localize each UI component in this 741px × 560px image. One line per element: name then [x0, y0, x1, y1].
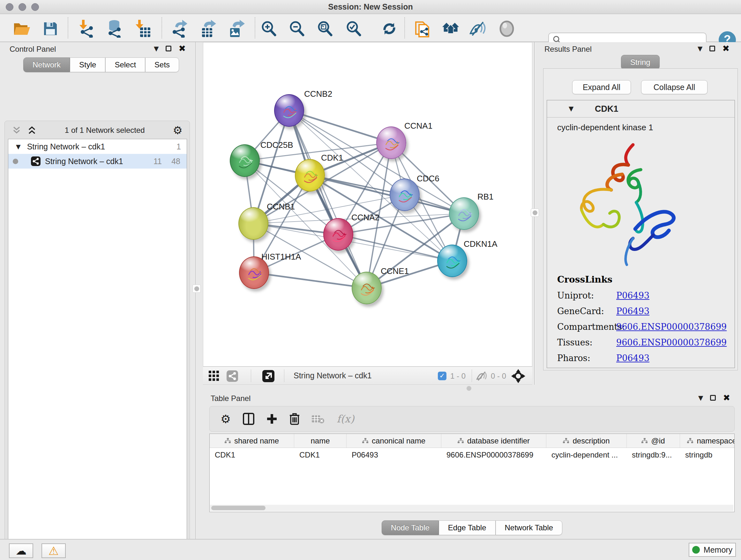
tab-sets[interactable]: Sets: [145, 57, 179, 72]
control-splitter-handle[interactable]: [192, 285, 201, 293]
window-zoom-button[interactable]: [31, 3, 39, 11]
birdseye-icon[interactable]: [511, 369, 525, 383]
table-cell[interactable]: CDK1: [294, 448, 347, 462]
function-icon[interactable]: f(x): [337, 413, 354, 425]
panel-float-icon[interactable]: [165, 46, 172, 51]
zoom-out-icon[interactable]: [288, 20, 306, 38]
import-table-icon[interactable]: [134, 20, 152, 38]
table-hscrollbar[interactable]: [210, 505, 733, 511]
crosslink-link[interactable]: P06493: [616, 353, 650, 363]
hidden-eye-icon[interactable]: [476, 371, 488, 381]
network-canvas[interactable]: CCNB2CCNA1CDC25BCDK1CDC6RB1CCNB1CCNA2CDK…: [203, 42, 532, 367]
window-minimize-button[interactable]: [18, 3, 26, 11]
network-edge[interactable]: [310, 175, 464, 213]
panel-menu-icon[interactable]: ▼: [154, 45, 158, 52]
crosslink-link[interactable]: P06493: [616, 291, 650, 300]
table-row[interactable]: CDK1CDK1P064939606.ENSP00000378699cyclin…: [210, 448, 734, 462]
zoom-fit-icon[interactable]: [316, 20, 334, 38]
table-cell[interactable]: cyclin-dependent ...: [546, 448, 627, 462]
panel-menu-icon[interactable]: ▼: [698, 394, 703, 401]
expand-all-button[interactable]: Expand All: [572, 80, 631, 94]
collapse-triangle-icon[interactable]: ▼: [16, 143, 21, 150]
refresh-icon[interactable]: [381, 20, 398, 38]
zoom-selected-icon[interactable]: [345, 20, 362, 38]
share-icon[interactable]: [226, 370, 238, 382]
column-header-database-identifier[interactable]: database identifier: [441, 434, 546, 448]
delete-icon[interactable]: [289, 413, 300, 425]
table-splitter[interactable]: [203, 385, 741, 392]
clone-network-icon[interactable]: [414, 20, 432, 38]
gear-icon[interactable]: ⚙: [173, 125, 183, 135]
network-edge[interactable]: [338, 234, 452, 261]
scrollbar-thumb[interactable]: [211, 506, 266, 510]
selected-checkbox[interactable]: ✓: [438, 372, 447, 380]
collapse-all-button[interactable]: Collapse All: [641, 80, 708, 94]
panel-menu-icon[interactable]: ▼: [697, 45, 702, 52]
column-header-canonical-name[interactable]: canonical name: [347, 434, 441, 448]
panel-close-icon[interactable]: ✖: [723, 395, 730, 401]
network-node-CCNB2[interactable]: [274, 94, 304, 127]
detach-view-icon[interactable]: [262, 370, 274, 382]
table-cell[interactable]: CDK1: [210, 448, 294, 462]
warning-button[interactable]: ⚠: [42, 543, 66, 558]
column-header-@id[interactable]: @id: [627, 434, 680, 448]
column-header-description[interactable]: description: [546, 434, 627, 448]
network-collection-row[interactable]: ▼ String Network – cdk1 1: [8, 139, 187, 154]
network-node-CDC25B[interactable]: [230, 144, 260, 177]
network-node-CDC6[interactable]: [390, 179, 420, 211]
gear-icon[interactable]: ⚙: [220, 413, 231, 426]
network-node-CDKN1A[interactable]: [437, 245, 467, 277]
network-row[interactable]: String Network – cdk1 11 48: [8, 154, 187, 169]
tab-style[interactable]: Style: [70, 57, 105, 72]
lens-icon[interactable]: [498, 20, 516, 38]
memory-button[interactable]: Memory: [689, 543, 736, 557]
network-node-RB1[interactable]: [449, 197, 479, 230]
panel-float-icon[interactable]: [710, 395, 716, 401]
column-header-name[interactable]: name: [294, 434, 347, 448]
delete-table-icon[interactable]: [312, 414, 325, 424]
zoom-in-icon[interactable]: [260, 20, 278, 38]
import-database-icon[interactable]: [105, 20, 123, 38]
table-cell[interactable]: P06493: [347, 448, 441, 462]
table-splitter-handle[interactable]: [467, 386, 471, 391]
add-icon[interactable]: [266, 414, 277, 424]
export-network-icon[interactable]: [171, 20, 188, 38]
export-table-icon[interactable]: [199, 20, 217, 38]
grid-icon[interactable]: [209, 371, 219, 381]
crosslink-link[interactable]: P06493: [616, 306, 650, 316]
crosslink-link[interactable]: 9606.ENSP00000378699: [616, 337, 727, 348]
expand-all-icon[interactable]: [27, 126, 37, 135]
tab-string[interactable]: String: [621, 55, 660, 70]
table-cell[interactable]: stringdb: [680, 448, 735, 462]
table-cell[interactable]: stringdb:9...: [627, 448, 680, 462]
network-node-CCNA2[interactable]: [323, 218, 353, 251]
tab-node-table[interactable]: Node Table: [382, 520, 439, 535]
network-node-CCNE1[interactable]: [352, 272, 382, 304]
table-cell[interactable]: 9606.ENSP00000378699: [441, 448, 546, 462]
network-node-CDK1[interactable]: [295, 159, 325, 192]
gene-card-header[interactable]: ▼ CDK1: [547, 100, 735, 118]
node-table[interactable]: shared namenamecanonical namedatabase id…: [209, 434, 735, 512]
import-network-icon[interactable]: [78, 20, 96, 38]
tab-network-table[interactable]: Network Table: [495, 520, 562, 535]
show-all-networks-icon[interactable]: [442, 20, 460, 38]
panel-close-icon[interactable]: ✖: [722, 45, 730, 52]
columns-icon[interactable]: [243, 413, 254, 425]
open-session-icon[interactable]: [13, 20, 30, 38]
save-session-icon[interactable]: [42, 20, 59, 38]
window-close-button[interactable]: [6, 3, 13, 11]
export-image-icon[interactable]: [227, 20, 245, 38]
network-node-CCNB1[interactable]: [239, 207, 268, 240]
collapse-triangle-icon[interactable]: ▼: [569, 105, 574, 112]
tab-network[interactable]: Network: [23, 57, 70, 72]
panel-float-icon[interactable]: [710, 46, 715, 51]
cloud-button[interactable]: ☁: [9, 543, 33, 558]
crosslink-link[interactable]: 9606.ENSP00000378699: [616, 322, 727, 332]
tab-edge-table[interactable]: Edge Table: [439, 520, 495, 535]
tab-select[interactable]: Select: [105, 57, 145, 72]
hide-panels-icon[interactable]: [469, 20, 487, 38]
column-header-shared-name[interactable]: shared name: [210, 434, 294, 448]
column-header-namespace[interactable]: namespace: [680, 434, 735, 448]
network-edge[interactable]: [254, 273, 367, 288]
panel-close-icon[interactable]: ✖: [179, 45, 186, 52]
